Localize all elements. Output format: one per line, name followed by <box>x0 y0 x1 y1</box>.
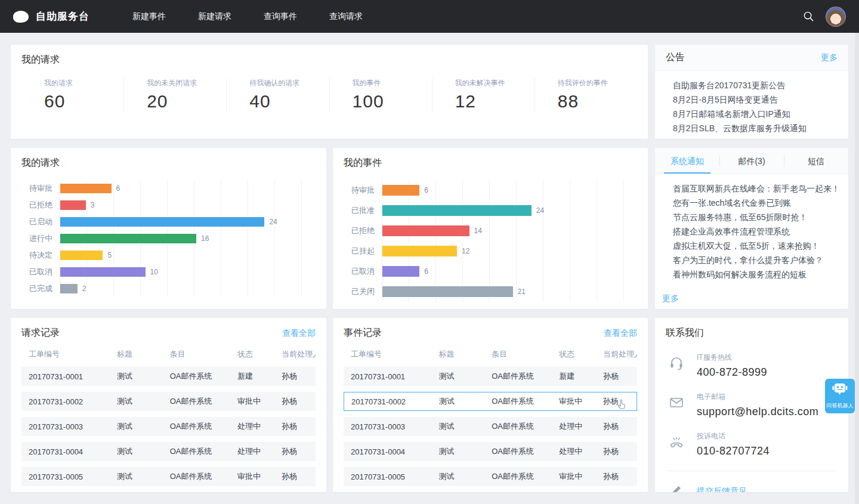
request-records-view-all-link[interactable]: 查看全部 <box>282 328 316 339</box>
chart-row: 已关闭21 <box>344 282 637 302</box>
chart-value-label: 3 <box>91 201 95 209</box>
table-cell: 测试 <box>432 371 485 382</box>
table-row[interactable]: 20170731-0004测试OA邮件系统处理中孙杨 <box>21 442 316 461</box>
contact-complaint-item: 投诉电话 010-82707724 <box>666 431 838 457</box>
submit-feedback-link[interactable]: 提交反馈意见 <box>666 471 838 492</box>
table-cell: 20170731-0005 <box>344 472 432 481</box>
stat-5: 待我评价的事件88 <box>534 78 637 112</box>
column-header: 当前处理人 <box>596 349 637 360</box>
column-header: 条目 <box>163 349 230 360</box>
tab-2[interactable]: 短信 <box>784 148 848 174</box>
app-logo-cloud-icon <box>13 11 29 23</box>
chart-track: 24 <box>60 214 316 230</box>
table-row[interactable]: 20170731-0003测试OA邮件系统处理中孙杨 <box>21 417 316 436</box>
tab-1[interactable]: 邮件(3) <box>719 148 784 174</box>
dashboard-content: 我的请求 我的请求60我的未关闭请求20待我确认的请求40我的事件100我的未解… <box>11 45 848 492</box>
chart-row: 已挂起12 <box>344 241 637 261</box>
stat-value: 12 <box>455 91 534 112</box>
nav-item-query-incident[interactable]: 查询事件 <box>255 8 305 26</box>
table-row[interactable]: 20170731-0002测试OA邮件系统审批中孙杨 <box>344 392 637 411</box>
list-item[interactable]: 8月2日-8月5日网络变更通告 <box>666 92 838 107</box>
chart-bar <box>60 217 264 227</box>
event-records-view-all-link[interactable]: 查看全部 <box>604 328 637 339</box>
list-item[interactable]: 8月2日SLB、云数据库服务升级通知 <box>666 121 838 135</box>
chart-value-label: 2 <box>82 285 86 293</box>
chart-value-label: 10 <box>150 268 158 276</box>
app-title: 自助服务台 <box>36 10 89 23</box>
request-records-table: 工单编号标题条目状态当前处理人20170731-0001测试OA邮件系统新建孙杨… <box>21 347 316 486</box>
stat-value: 20 <box>147 91 226 112</box>
announcements-more-link[interactable]: 更多 <box>821 52 838 63</box>
table-cell: 测试 <box>432 446 485 457</box>
email-label: 电子邮箱 <box>697 392 818 402</box>
table-row[interactable]: 20170731-0002测试OA邮件系统审批中孙杨 <box>21 392 316 411</box>
tab-0[interactable]: 系统通知 <box>655 148 719 174</box>
stat-value: 40 <box>249 91 329 112</box>
chart-track: 2 <box>60 280 316 297</box>
stats-row: 我的请求60我的未关闭请求20待我确认的请求40我的事件100我的未解决事件12… <box>21 78 637 112</box>
table-cell: 20170731-0001 <box>344 372 432 381</box>
nav-item-new-request[interactable]: 新建请求 <box>190 8 240 26</box>
chart-category-label: 已拒绝 <box>344 225 375 236</box>
table-cell: 处理中 <box>230 421 274 432</box>
contact-us-panel: 联系我们 IT服务热线 400-872-8999 <box>655 318 848 492</box>
table-cell: 测试 <box>432 396 484 407</box>
stat-4: 我的未解决事件12 <box>432 78 534 112</box>
table-cell: 20170731-0003 <box>344 422 432 431</box>
table-cell: 20170731-0003 <box>21 422 110 431</box>
hand-cursor-icon <box>616 399 627 412</box>
table-row[interactable]: 20170731-0004测试OA邮件系统处理中孙杨 <box>344 442 637 461</box>
list-item[interactable]: 虚拟主机双大促，低至5折，速来抢购！ <box>666 239 838 253</box>
table-cell: OA邮件系统 <box>484 446 552 457</box>
table-cell: 测试 <box>432 471 485 482</box>
chart-category-label: 已取消 <box>21 267 52 277</box>
list-item[interactable]: 您有一张.tech域名代金券已到账 <box>666 196 838 210</box>
chart-track: 6 <box>382 180 637 200</box>
requests-chart-title: 我的请求 <box>21 157 316 169</box>
chart-bar <box>60 234 196 243</box>
nav-item-query-request[interactable]: 查询请求 <box>321 8 371 26</box>
chart-track: 10 <box>60 264 316 280</box>
chart-bar <box>382 185 419 196</box>
table-row[interactable]: 20170731-0001测试OA邮件系统新建孙杨 <box>344 367 637 386</box>
table-row[interactable]: 20170731-0003测试OA邮件系统处理中孙杨 <box>344 417 637 436</box>
table-cell: 审批中 <box>230 471 274 482</box>
search-icon[interactable] <box>801 9 816 24</box>
list-item[interactable]: 看神州数码如何解决服务流程的短板 <box>666 267 838 282</box>
chart-category-label: 已关闭 <box>344 286 375 297</box>
chart-value-label: 6 <box>424 186 428 194</box>
table-cell: 孙杨 <box>274 421 316 432</box>
chart-bar <box>382 205 532 216</box>
user-avatar[interactable] <box>826 7 846 27</box>
table-row[interactable]: 20170731-0005测试OA邮件系统审批中孙杨 <box>344 467 637 486</box>
chatbot-button[interactable]: 问答机器人 <box>825 379 855 413</box>
chart-category-label: 已批准 <box>344 205 375 216</box>
robot-face-icon <box>832 382 848 400</box>
table-cell: 新建 <box>552 371 596 382</box>
list-item[interactable]: 自助服务台20170731更新公告 <box>666 78 838 92</box>
list-item[interactable]: 客户为王的时代，拿什么提升客户体验？ <box>666 253 838 267</box>
chart-value-label: 24 <box>536 206 544 215</box>
table-cell: OA邮件系统 <box>163 421 230 432</box>
announcements-list: 自助服务台20170731更新公告8月2日-8月5日网络变更通告8月7日邮箱域名… <box>655 71 848 139</box>
pencil-icon <box>668 482 685 492</box>
scrollbar[interactable] <box>855 33 859 504</box>
notifications-more-link[interactable]: 更多 <box>662 293 679 304</box>
list-item[interactable]: 8月7日邮箱域名新增入口IP通知 <box>666 107 838 121</box>
chart-value-label: 24 <box>269 218 277 226</box>
table-cell: 孙杨 <box>596 371 637 382</box>
table-cell: OA邮件系统 <box>163 471 230 482</box>
contact-hotline-item: IT服务热线 400-872-8999 <box>666 353 838 379</box>
table-cell: 测试 <box>110 471 163 482</box>
hotline-number: 400-872-8999 <box>697 366 767 379</box>
list-item[interactable]: 节点云服务特惠，低至65折限时抢！ <box>666 210 838 224</box>
nav-item-new-incident[interactable]: 新建事件 <box>124 8 174 26</box>
chart-track: 6 <box>382 261 637 282</box>
list-item[interactable]: 首届互联网新兵在线峰会：新手老鸟一起来！ <box>666 181 838 196</box>
list-item[interactable]: 搭建企业高效事件流程管理系统 <box>666 224 838 239</box>
chart-row: 已拒绝3 <box>21 197 316 214</box>
table-row[interactable]: 20170731-0005测试OA邮件系统审批中孙杨 <box>21 467 316 486</box>
chart-track: 3 <box>60 197 316 214</box>
table-row[interactable]: 20170731-0001测试OA邮件系统新建孙杨 <box>21 367 316 386</box>
chart-track: 6 <box>60 180 316 197</box>
